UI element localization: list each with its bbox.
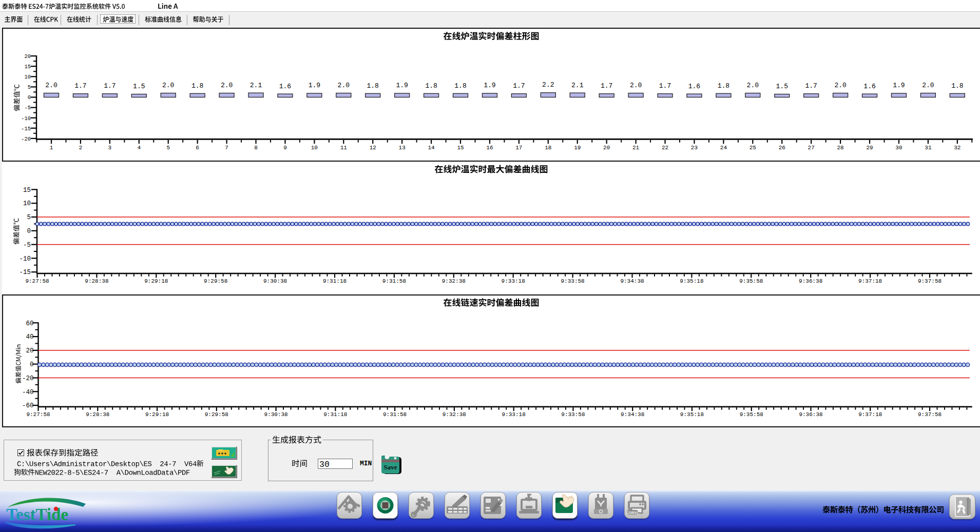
svg-text:1.8: 1.8 [367,82,379,90]
svg-text:40: 40 [26,333,33,341]
svg-text:9:35:58: 9:35:58 [739,278,763,284]
svg-text:2.0: 2.0 [922,82,934,89]
svg-text:1.8: 1.8 [454,82,466,90]
svg-text:1.8: 1.8 [718,82,729,90]
svg-text:9:35:58: 9:35:58 [740,411,763,418]
svg-text:10: 10 [23,200,31,207]
svg-text:4: 4 [137,145,141,151]
svg-text:-15: -15 [19,269,31,276]
svg-text:9:37:18: 9:37:18 [858,278,882,284]
svg-text:9:34:38: 9:34:38 [620,278,644,284]
svg-text:6: 6 [196,145,199,151]
svg-text:9:29:18: 9:29:18 [144,278,168,284]
svg-text:9:33:58: 9:33:58 [561,278,584,284]
svg-text:1.7: 1.7 [74,82,86,90]
svg-text:19: 19 [574,145,581,151]
svg-text:28: 28 [837,145,844,151]
svg-text:12: 12 [370,145,376,151]
svg-text:1.7: 1.7 [659,82,671,90]
svg-text:23: 23 [691,145,698,151]
svg-text:9:31:58: 9:31:58 [382,278,406,284]
svg-text:9:37:18: 9:37:18 [858,411,882,418]
svg-text:2.0: 2.0 [45,82,57,89]
svg-text:9:36:38: 9:36:38 [799,411,822,418]
svg-text:1.9: 1.9 [396,82,408,89]
svg-text:21: 21 [632,145,640,151]
svg-text:1.5: 1.5 [133,83,145,90]
svg-text:-20: -20 [21,136,31,142]
svg-text:2: 2 [79,145,83,151]
svg-text:1.7: 1.7 [601,82,612,90]
svg-text:9:32:38: 9:32:38 [443,411,466,418]
svg-text:0: 0 [28,94,31,101]
svg-text:5: 5 [166,145,170,151]
svg-text:1.6: 1.6 [863,83,875,90]
svg-text:32: 32 [954,145,960,151]
svg-text:9:31:18: 9:31:18 [323,278,347,284]
svg-text:-20: -20 [22,375,34,382]
svg-text:9: 9 [283,145,287,151]
svg-text:CORVL: CORVL [626,511,639,515]
svg-text:10: 10 [24,74,31,80]
svg-text:2.0: 2.0 [630,82,642,89]
svg-text:-40: -40 [22,389,34,396]
svg-text:2.0: 2.0 [162,82,174,89]
svg-text:26: 26 [779,145,785,151]
svg-text:9:33:58: 9:33:58 [561,411,585,418]
svg-text:9:30:38: 9:30:38 [263,278,287,284]
svg-text:2.0: 2.0 [338,82,350,89]
svg-text:9:37:58: 9:37:58 [918,411,941,418]
svg-text:11: 11 [340,145,348,151]
svg-text:2.1: 2.1 [571,82,584,89]
svg-text:9:36:38: 9:36:38 [799,278,822,284]
svg-text:27: 27 [808,145,815,151]
svg-text:9:28:38: 9:28:38 [86,411,109,418]
svg-text:9:31:58: 9:31:58 [383,411,407,418]
svg-text:0: 0 [27,228,31,235]
svg-text:9:28:38: 9:28:38 [85,278,108,284]
svg-text:9:30:38: 9:30:38 [264,411,287,418]
svg-text:30: 30 [895,145,902,151]
svg-text:1.9: 1.9 [484,82,495,89]
svg-text:9:27:58: 9:27:58 [26,411,50,418]
svg-text:TestTide: TestTide [6,505,68,524]
svg-text:31: 31 [925,145,932,151]
svg-text:9:33:18: 9:33:18 [502,411,526,418]
svg-text:17: 17 [515,145,522,151]
svg-text:16: 16 [486,145,493,151]
svg-text:-10: -10 [21,115,31,122]
svg-text:1.8: 1.8 [191,82,203,90]
svg-text:-60: -60 [22,402,34,409]
svg-text:-5: -5 [23,242,31,249]
svg-text:5: 5 [27,214,31,221]
svg-text:9:35:18: 9:35:18 [680,411,704,418]
svg-text:20: 20 [603,145,610,151]
svg-text:9:31:18: 9:31:18 [323,411,347,418]
svg-text:1.9: 1.9 [309,82,320,89]
svg-text:60: 60 [26,320,33,327]
svg-text:20: 20 [24,53,31,60]
svg-text:7: 7 [225,145,228,151]
svg-text:9:33:18: 9:33:18 [502,278,525,284]
svg-text:22: 22 [662,145,668,151]
svg-text:8: 8 [254,145,258,151]
svg-text:3: 3 [108,145,112,151]
svg-text:1.6: 1.6 [688,83,700,90]
svg-text:9:29:58: 9:29:58 [205,411,228,418]
svg-text:2.0: 2.0 [834,82,846,89]
svg-text:1.7: 1.7 [513,82,525,90]
svg-text:10: 10 [311,145,318,151]
svg-text:2.0: 2.0 [221,82,233,89]
svg-text:9:27:58: 9:27:58 [25,278,49,284]
svg-text:Save: Save [384,463,397,471]
svg-text:2.0: 2.0 [747,82,759,89]
svg-text:1.9: 1.9 [893,82,905,89]
svg-text:15: 15 [24,64,31,70]
svg-text:1.8: 1.8 [425,82,437,90]
svg-text:9:29:58: 9:29:58 [204,278,227,284]
svg-text:20: 20 [26,347,33,354]
svg-text:-5: -5 [24,105,31,111]
svg-text:-10: -10 [19,255,31,263]
svg-text:-15: -15 [21,126,31,132]
svg-text:9:35:18: 9:35:18 [680,278,703,284]
